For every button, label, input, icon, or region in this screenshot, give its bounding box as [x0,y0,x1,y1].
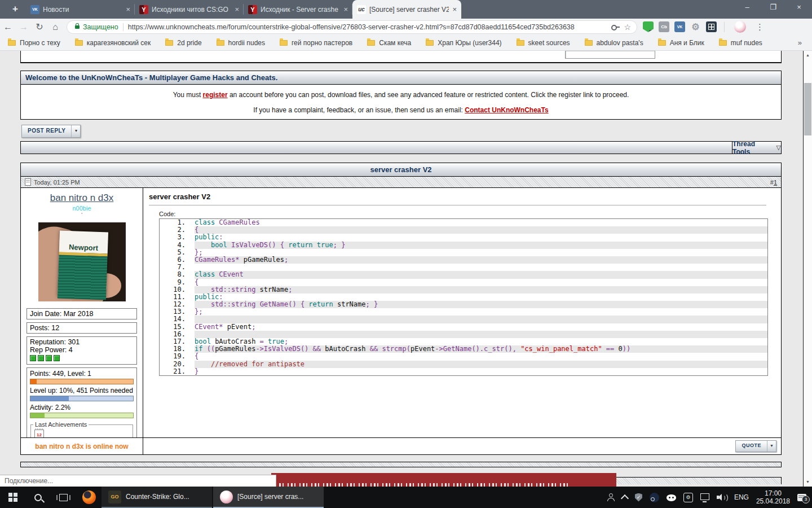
bookmark-label: abdulov pasta's [597,39,643,47]
code-line-number: 8. [160,271,195,278]
browser-tab-0[interactable]: VKНовости× [26,0,135,19]
post-number-link[interactable]: 1 [774,179,777,186]
taskbar-task-0[interactable]: GOCounter-Strike: Glo... [102,487,212,508]
back-icon[interactable]: ← [0,22,16,32]
bookmark-label: карагезяновский сек [87,39,151,47]
taskbar-task-1[interactable]: [Source] server cras... [213,487,324,508]
bookmark-item-10[interactable]: muf nudes [719,39,762,47]
discord-icon[interactable] [667,494,676,501]
close-button[interactable]: × [786,0,812,16]
bookmark-item-8[interactable]: abdulov pasta's [585,39,643,47]
network-icon[interactable] [700,493,709,500]
code-line: 6.CGameRules* pGameRules; [160,256,767,264]
bookmarks-overflow-icon[interactable]: » [798,38,802,47]
thread-toolbar: Thread Tools ▽ [20,141,782,154]
maximize-button[interactable]: ❐ [760,0,786,16]
page-scrollbar[interactable]: ▲ ▼ [803,51,812,487]
scroll-down-icon[interactable]: ▼ [804,478,812,487]
volume-icon[interactable] [717,493,727,501]
code-line-text: CGameRules* pGameRules; [195,256,767,264]
bookmark-label: Храп Юры (user344) [438,39,501,47]
achievements-box: Last Achievements 12 [30,421,133,437]
task-view-button[interactable] [51,487,76,508]
bookmark-item-5[interactable]: Скам кеча [367,39,411,47]
bookmark-item-6[interactable]: Храп Юры (user344) [426,39,501,47]
extension-window-icon[interactable] [706,21,717,32]
extensions-area: 19 Cb VK ⚙ ⋮ [643,21,770,33]
bookmark-label: Скам кеча [379,39,411,47]
home-icon[interactable]: ⌂ [47,22,63,32]
settings-tray-icon[interactable]: ⚙ [683,493,693,502]
profile-avatar[interactable] [734,21,746,33]
code-line: 10. std::string strName; [160,286,767,294]
url-text[interactable]: https://www.unknowncheats.me/forum/count… [128,23,607,31]
rep-square-icon [30,355,36,361]
online-status: ban nitro n d3x is online now [21,438,143,454]
quote-dropdown-icon[interactable]: ▾ [767,441,776,452]
pinned-app-button[interactable] [76,487,102,508]
browser-tab-2[interactable]: YИсходник - Server crashe× [244,0,352,19]
tab-title: [Source] server crasher V2 [369,6,449,14]
thread-title: server crasher V2 [21,163,781,177]
thread-tools-button[interactable]: Thread Tools ▽ [732,142,781,154]
bookmark-item-4[interactable]: гей порно пастеров [280,39,352,47]
code-line-number: 7. [160,264,195,271]
tab-favicon-yg: Y [139,5,148,14]
bookmark-item-1[interactable]: карагезяновский сек [75,39,151,47]
tray-expand-icon[interactable] [621,494,629,502]
scrollbar-thumb[interactable] [804,83,811,135]
extension-gear-icon[interactable]: ⚙ [690,21,701,32]
thread-table: server crasher V2 Today, 01:25 PM #1 ban… [20,163,782,455]
new-tab-icon[interactable]: + [12,3,18,15]
code-line-text: class CGameRules [195,219,767,226]
section-separator [20,462,782,467]
tab-favicon-vk: VK [30,5,39,14]
tab-close-icon[interactable]: × [452,5,457,14]
bookmark-item-9[interactable]: Аня и Блик [658,39,704,47]
extension-green-icon[interactable]: 19 [643,21,654,32]
minimize-button[interactable]: – [734,0,760,16]
reload-icon[interactable]: ↻ [32,21,47,32]
code-line: 13.}; [160,308,767,316]
quote-button[interactable]: QUOTE ▾ [735,440,776,452]
bookmark-item-7[interactable]: skeet sources [517,39,570,47]
lock-icon [75,25,80,29]
tab-close-icon[interactable]: × [343,5,348,14]
user-avatar-image[interactable]: Newport [38,222,126,301]
extension-cb-icon[interactable]: Cb [659,21,669,32]
scroll-up-icon[interactable]: ▲ [804,51,812,60]
post-reply-button[interactable]: POST REPLY ▾ [21,125,81,138]
tab-close-icon[interactable]: × [235,5,239,14]
browser-tab-1[interactable]: YИсходники читов CS:GO× [135,0,244,19]
language-indicator[interactable]: ENG [734,493,749,501]
taskbar-search-button[interactable] [25,487,51,508]
start-button[interactable] [0,487,25,508]
bookmark-item-3[interactable]: hordii nudes [217,39,265,47]
post-reply-dropdown-icon[interactable]: ▾ [71,125,80,137]
bookmark-item-0[interactable]: Порно с теху [8,39,60,47]
steam-icon[interactable] [650,493,659,502]
browser-menu-icon[interactable]: ⋮ [756,22,764,32]
browser-tab-3[interactable]: uc[Source] server crasher V2× [352,0,461,19]
address-bar[interactable]: Защищено https://www.unknowncheats.me/fo… [67,20,637,34]
notification-center-icon[interactable]: 3 [797,494,806,501]
username-link[interactable]: ban nitro n d3x [50,192,113,204]
extension-vk-icon[interactable]: VK [674,21,685,32]
key-icon[interactable] [611,25,619,29]
windows-taskbar: GOCounter-Strike: Glo...[Source] server … [0,487,812,508]
register-link[interactable]: register [203,91,228,99]
people-icon[interactable] [607,493,615,501]
defender-shield-icon[interactable]: ✓ [635,493,642,502]
post-icon [25,178,31,186]
code-line-text: class CEvent [195,271,767,278]
clipped-input[interactable] [565,51,655,59]
rep-power-value: Rep Power: 4 [30,346,134,354]
bookmark-item-2[interactable]: 2d pride [165,39,201,47]
bookmark-star-icon[interactable]: ☆ [624,23,631,32]
tab-close-icon[interactable]: × [126,5,130,14]
contact-link[interactable]: Contact UnKnoWnCheaTs [465,106,548,114]
code-block[interactable]: 1.class CGameRules2.{3.public:4. bool Is… [159,218,768,376]
clock[interactable]: 17:00 25.04.2018 [756,489,790,505]
task-label: Counter-Strike: Glo... [126,493,189,501]
calendar-achievement-icon[interactable]: 12 [34,430,44,437]
